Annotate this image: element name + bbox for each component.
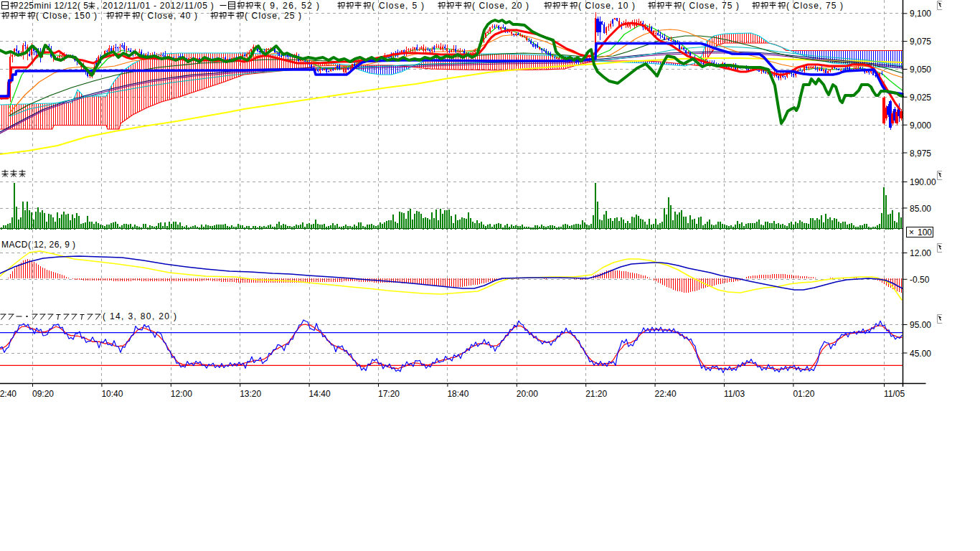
svg-text:9,075: 9,075 [910,37,931,47]
svg-text:-0.50: -0.50 [910,275,930,285]
svg-text:9,000: 9,000 [910,121,931,131]
svg-text:45.00: 45.00 [910,349,931,359]
svg-text:( Close, 75 ): ( Close, 75 ) [682,1,739,11]
svg-text:8,975: 8,975 [910,149,931,159]
svg-text:11/03: 11/03 [724,389,745,399]
svg-text:11/05: 11/05 [884,389,905,399]
svg-text:20:00: 20:00 [517,389,538,399]
svg-text:100: 100 [918,227,932,237]
svg-text:225mini 12/12( 5: 225mini 12/12( 5 [19,1,88,11]
svg-text:9,050: 9,050 [910,65,931,75]
svg-text:22:40: 22:40 [655,389,677,399]
svg-text:×: × [909,227,914,237]
svg-text:17:20: 17:20 [378,389,400,399]
svg-text:, 2012/11/01 - 2012/11/05 ): , 2012/11/01 - 2012/11/05 ) [97,1,214,11]
svg-text:( Close, 75 ): ( Close, 75 ) [786,1,843,11]
svg-text:12.00: 12.00 [910,248,931,258]
svg-text:95.00: 95.00 [910,320,931,330]
svg-text:9,025: 9,025 [910,93,931,103]
svg-text:12:00: 12:00 [171,389,192,399]
svg-text:10:40: 10:40 [101,389,123,399]
svg-text:9,100: 9,100 [910,9,931,19]
svg-text:18:40: 18:40 [447,389,468,399]
svg-text:02:40: 02:40 [0,389,17,399]
svg-text:MACD( 12, 26, 9 ): MACD( 12, 26, 9 ) [1,240,75,250]
svg-text:85.00: 85.00 [910,204,931,214]
svg-text:( 9, 26, 52 ): ( 9, 26, 52 ) [263,1,319,11]
svg-text:( Close, 5 ): ( Close, 5 ) [372,1,424,11]
svg-text:( Close, 40 ): ( Close, 40 ) [141,11,197,21]
svg-text:190.00: 190.00 [910,177,936,187]
svg-text:21:20: 21:20 [585,389,607,399]
svg-text:( Close, 10 ): ( Close, 10 ) [578,1,635,11]
svg-text:( Close, 20 ): ( Close, 20 ) [472,1,529,11]
svg-text:( 14, 3, 80, 20 ): ( 14, 3, 80, 20 ) [103,311,176,321]
svg-text:( Close, 150 ): ( Close, 150 ) [36,11,97,21]
svg-text:( Close, 25 ): ( Close, 25 ) [245,11,301,21]
svg-text:09:20: 09:20 [32,389,54,399]
svg-text:14:40: 14:40 [309,389,331,399]
svg-text:13:20: 13:20 [240,389,261,399]
svg-text:01:20: 01:20 [793,389,814,399]
